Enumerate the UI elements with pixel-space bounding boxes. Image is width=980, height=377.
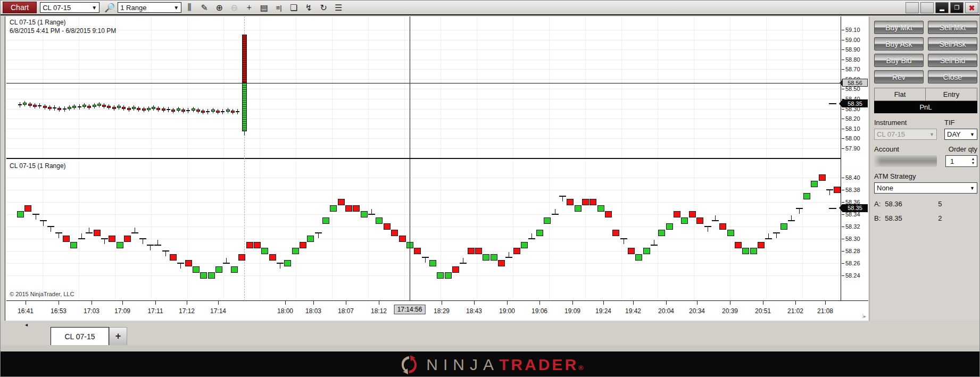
range-bar [834, 187, 841, 193]
gridline [6, 190, 841, 190]
chart-area[interactable]: CL 07-15 (1 Range) 6/8/2015 4:41 PM - 6/… [5, 16, 868, 321]
doji-dash [236, 111, 239, 112]
minimize-icon[interactable]: ▂ [935, 2, 949, 13]
sell-bid-button[interactable]: Sell Bid [928, 54, 977, 67]
instrument-combo[interactable]: CL 07-15▼ [40, 2, 99, 13]
sell-mkt-button[interactable]: Sell Mkt [928, 21, 977, 34]
doji-tail [165, 252, 166, 256]
instrument-select[interactable]: CL 07-15▼ [874, 129, 937, 140]
close-icon[interactable]: ✖ [965, 2, 978, 13]
sell-ask-button[interactable]: Sell Ask [928, 37, 977, 51]
doji-tail [562, 197, 563, 202]
account-label: Account [874, 145, 899, 153]
range-bar [468, 248, 475, 254]
close-position-button[interactable]: Close [928, 70, 977, 83]
objects-icon[interactable]: ❏ [287, 2, 301, 13]
tab-scroll-left-icon[interactable]: ◂ [25, 322, 28, 328]
range-bar [567, 199, 574, 205]
ask-size: 5 [938, 200, 942, 208]
doji-tail [791, 215, 792, 220]
stepper-arrows-icon[interactable]: ▲▼ [969, 156, 977, 166]
chart-window: Chart CL 07-15▼ 🔎1 Range▼⫼✎⊕⊖＋▤≡|❏↯↻☰ ▂❐… [0, 0, 980, 377]
buy-bid-button[interactable]: Buy Bid [874, 54, 924, 67]
quantity-stepper[interactable]: 1 ▲▼ [945, 155, 977, 167]
indicators-icon[interactable]: ≡| [272, 2, 286, 13]
price-axis[interactable]: 59.1059.0058.9058.8058.7058.6058.5058.40… [841, 16, 868, 301]
crosshair-icon[interactable]: ＋ [242, 2, 256, 13]
window-menu-button[interactable]: Chart [3, 2, 37, 13]
time-tick [187, 301, 187, 305]
time-tick [795, 301, 796, 305]
zigzag-icon[interactable]: ↯ [302, 2, 315, 13]
account-select[interactable] [874, 155, 937, 167]
gridline [6, 60, 841, 60]
range-bar [475, 248, 482, 254]
doji-tail [715, 215, 716, 220]
bar-style-icon[interactable]: ⫼ [182, 2, 196, 13]
blank-icon[interactable] [920, 2, 934, 13]
range-bar [445, 272, 452, 279]
range-bar [735, 242, 742, 248]
doji-tail [555, 209, 555, 214]
range-bar [246, 242, 253, 248]
time-axis[interactable]: 17:14:56 16:4116:5317:0317:0917:1117:121… [6, 301, 841, 321]
axis-resize-handle[interactable]: ⁞▸ [862, 313, 866, 319]
search-icon[interactable]: 🔎 [103, 2, 117, 13]
zoom-in-icon[interactable]: ⊕ [212, 2, 226, 13]
doji-tail [51, 227, 51, 232]
zoom-out-icon[interactable]: ⊖ [227, 2, 241, 13]
range-bar [544, 217, 551, 224]
properties-icon[interactable]: ☰ [331, 2, 345, 13]
price-tick-label: 59.10 [845, 27, 860, 33]
candle [147, 108, 151, 110]
range-bar [727, 230, 734, 236]
atm-strategy-select[interactable]: None▼ [874, 182, 977, 194]
gridline [6, 202, 841, 203]
time-tick-label: 19:00 [499, 307, 515, 315]
range-bar [208, 272, 215, 279]
gridline [6, 239, 841, 239]
chevron-down-icon: ▼ [929, 132, 934, 137]
data-box-icon[interactable]: ▤ [257, 2, 271, 13]
range-bar [414, 248, 421, 254]
range-bar [376, 217, 383, 224]
time-tick [26, 301, 26, 305]
candle [142, 108, 146, 111]
tif-select[interactable]: DAY▼ [944, 129, 977, 140]
price-tick-label: 58.30 [845, 236, 860, 242]
doji-tail [463, 258, 463, 263]
upper-panel-plot[interactable]: CL 07-15 (1 Range) 6/8/2015 4:41 PM - 6/… [6, 16, 841, 159]
add-tab-button[interactable]: + [109, 327, 127, 345]
candle [201, 111, 205, 113]
ask-price: 58.36 [885, 200, 922, 208]
doji-dash [78, 238, 85, 239]
time-tick-label: 17:12 [179, 307, 195, 315]
doji-tail [531, 233, 532, 238]
toolbar: Chart CL 07-15▼ 🔎1 Range▼⫼✎⊕⊖＋▤≡|❏↯↻☰ ▂❐… [1, 1, 980, 15]
range-bar [261, 248, 268, 254]
reverse-button[interactable]: Rev [874, 70, 924, 83]
range-bar [391, 230, 398, 236]
buy-ask-button[interactable]: Buy Ask [874, 37, 924, 51]
candle [28, 104, 32, 106]
lower-panel-plot[interactable]: CL 07-15 (1 Range) © 2015 NinjaTrader, L… [6, 160, 841, 301]
range-bar [681, 217, 688, 224]
gridline [6, 227, 841, 227]
time-tick-label: 19:24 [595, 307, 611, 315]
range-bar [628, 248, 635, 254]
draw-icon[interactable]: ✎ [197, 2, 211, 13]
range-type-combo[interactable]: 1 Range▼ [118, 2, 181, 13]
buy-mkt-button[interactable]: Buy Mkt [874, 21, 924, 34]
reload-icon[interactable]: ↻ [317, 2, 330, 13]
doji-dash [154, 245, 161, 246]
doji-dash [78, 106, 81, 107]
restore-icon[interactable]: ❐ [950, 2, 964, 13]
range-bar [536, 230, 543, 236]
blank-icon[interactable] [906, 2, 919, 13]
bid-price: 58.35 [885, 214, 922, 222]
price-tick-label: 58.28 [845, 248, 860, 254]
tab-cl-07-15[interactable]: CL 07-15 [51, 327, 109, 345]
doji-tail [280, 264, 280, 269]
brand-ninja-text: NINJA [426, 356, 499, 374]
range-bar [597, 205, 604, 212]
